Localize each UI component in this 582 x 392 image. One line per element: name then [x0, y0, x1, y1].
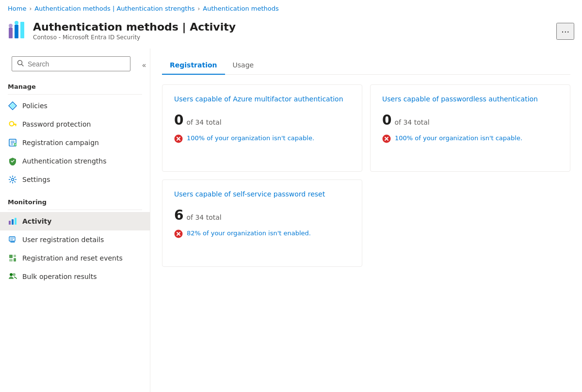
search-container — [12, 56, 130, 71]
search-input[interactable] — [28, 60, 125, 68]
card-passwordless-number: 0 — [382, 112, 391, 128]
main-content: Registration Usage Users capable of Azur… — [150, 49, 582, 392]
svg-rect-0 — [9, 28, 13, 38]
manage-section-label: Manage — [0, 79, 150, 92]
svg-rect-29 — [14, 258, 16, 261]
sidebar-item-settings[interactable]: Settings — [0, 170, 150, 189]
page-header: Authentication methods | Activity Contos… — [0, 17, 582, 49]
monitoring-divider — [8, 210, 142, 210]
sidebar-label-user-registration: User registration details — [22, 236, 104, 244]
card-passwordless-count: 0 of 34 total — [382, 112, 558, 128]
card-passwordless-status-text: 100% of your organization isn't capable. — [395, 134, 522, 143]
breadcrumb-auth-strengths[interactable]: Authentication methods | Authentication … — [34, 5, 194, 12]
card-sspr-status: 82% of your organization isn't enabled. — [174, 229, 350, 238]
svg-rect-11 — [16, 125, 16, 127]
card-sspr-title[interactable]: Users capable of self-service password r… — [174, 190, 350, 199]
sidebar: « Manage Policies Password — [0, 49, 150, 392]
sidebar-label-auth-strengths: Authentication strengths — [22, 157, 106, 165]
shield-icon — [8, 156, 17, 166]
key-icon — [8, 119, 17, 129]
app-icon — [8, 21, 27, 40]
page-title: Authentication methods | Activity — [33, 21, 550, 33]
sidebar-item-user-registration[interactable]: User registration details — [0, 230, 150, 249]
svg-point-19 — [12, 179, 14, 181]
sidebar-item-password-protection[interactable]: Password protection — [0, 115, 150, 133]
sidebar-item-registration-events[interactable]: Registration and reset events — [0, 249, 150, 267]
sidebar-label-registration-events: Registration and reset events — [22, 254, 123, 262]
tab-bar: Registration Usage — [162, 56, 570, 75]
svg-point-30 — [10, 273, 13, 276]
registration-icon — [8, 138, 17, 147]
svg-rect-26 — [9, 255, 13, 258]
svg-rect-27 — [9, 259, 13, 261]
sidebar-item-registration-campaign[interactable]: Registration campaign — [0, 133, 150, 152]
chart-icon — [8, 216, 17, 226]
error-icon — [174, 134, 183, 143]
svg-rect-23 — [9, 237, 15, 241]
svg-point-3 — [9, 24, 13, 28]
search-icon — [17, 60, 24, 68]
diamond-icon — [8, 101, 17, 111]
bulk-icon — [8, 272, 17, 281]
card-sspr-capable: Users capable of self-service password r… — [162, 180, 362, 267]
header-text: Authentication methods | Activity Contos… — [33, 21, 550, 41]
breadcrumb-sep-2: › — [197, 5, 200, 12]
breadcrumb: Home › Authentication methods | Authenti… — [0, 0, 582, 17]
manage-divider — [8, 94, 142, 95]
svg-rect-22 — [15, 218, 16, 225]
svg-point-4 — [15, 21, 18, 25]
card-sspr-status-text: 82% of your organization isn't enabled. — [187, 229, 311, 238]
breadcrumb-sep-1: › — [29, 5, 32, 12]
svg-rect-21 — [12, 219, 14, 225]
sidebar-label-registration-campaign: Registration campaign — [22, 139, 99, 147]
svg-rect-28 — [14, 255, 16, 257]
svg-rect-20 — [9, 221, 11, 225]
sidebar-label-bulk-results: Bulk operation results — [22, 273, 97, 280]
events-icon — [8, 253, 17, 263]
card-passwordless-total: of 34 total — [394, 118, 429, 126]
sidebar-label-settings: Settings — [22, 176, 50, 183]
card-mfa-number: 0 — [174, 112, 183, 128]
error-icon-3 — [174, 229, 183, 238]
card-passwordless-capable: Users capable of passwordless authentica… — [370, 84, 570, 172]
svg-line-6 — [22, 65, 24, 66]
card-mfa-status-text: 100% of your organization isn't capable. — [187, 134, 314, 143]
svg-point-9 — [10, 122, 14, 126]
card-mfa-count: 0 of 34 total — [174, 112, 350, 128]
svg-rect-2 — [20, 22, 24, 38]
card-mfa-capable: Users capable of Azure multifactor authe… — [162, 84, 362, 172]
page-subtitle: Contoso - Microsoft Entra ID Security — [33, 34, 550, 41]
sidebar-item-bulk-results[interactable]: Bulk operation results — [0, 267, 150, 286]
card-sspr-number: 6 — [174, 207, 183, 223]
sidebar-item-auth-strengths[interactable]: Authentication strengths — [0, 152, 150, 170]
sidebar-label-password-protection: Password protection — [22, 120, 91, 128]
svg-point-31 — [13, 273, 16, 276]
person-icon — [8, 235, 17, 245]
card-sspr-count: 6 of 34 total — [174, 207, 350, 223]
svg-rect-10 — [13, 124, 16, 125]
cards-grid: Users capable of Azure multifactor authe… — [162, 84, 570, 267]
sidebar-item-policies[interactable]: Policies — [0, 97, 150, 115]
main-layout: « Manage Policies Password — [0, 49, 582, 392]
card-passwordless-status: 100% of your organization isn't capable. — [382, 134, 558, 143]
svg-rect-16 — [14, 143, 16, 146]
card-mfa-total: of 34 total — [186, 118, 221, 126]
collapse-sidebar-button[interactable]: « — [142, 61, 146, 69]
sidebar-label-policies: Policies — [22, 102, 48, 110]
breadcrumb-home[interactable]: Home — [8, 5, 26, 12]
sidebar-item-activity[interactable]: Activity — [0, 212, 150, 230]
sidebar-label-activity: Activity — [22, 217, 51, 225]
error-icon-2 — [382, 134, 391, 143]
card-sspr-total: of 34 total — [186, 213, 221, 221]
monitoring-section-label: Monitoring — [0, 195, 150, 208]
card-mfa-status: 100% of your organization isn't capable. — [174, 134, 350, 143]
gear-icon — [8, 175, 17, 184]
tab-usage[interactable]: Usage — [225, 56, 262, 75]
more-options-button[interactable]: ··· — [556, 23, 574, 40]
card-mfa-title[interactable]: Users capable of Azure multifactor authe… — [174, 95, 350, 104]
tab-registration[interactable]: Registration — [162, 56, 225, 75]
card-passwordless-title[interactable]: Users capable of passwordless authentica… — [382, 95, 558, 104]
svg-rect-1 — [15, 25, 18, 38]
breadcrumb-auth-methods[interactable]: Authentication methods — [203, 5, 279, 12]
